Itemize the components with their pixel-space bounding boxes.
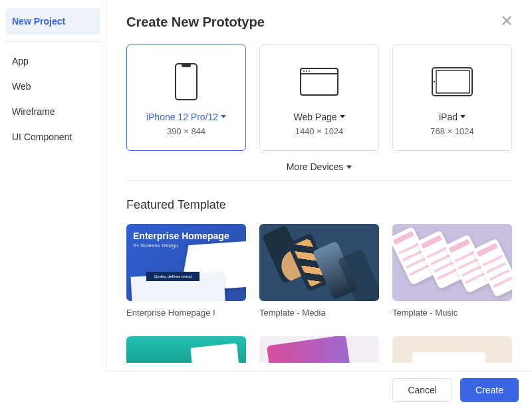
footer: Cancel Create xyxy=(106,371,532,408)
more-devices-label: More Devices xyxy=(287,161,344,172)
sidebar-item-web[interactable]: Web xyxy=(0,74,106,99)
close-icon xyxy=(501,15,512,26)
template-card-music[interactable]: Template - Music xyxy=(392,224,512,318)
template-thumbnail xyxy=(392,224,512,301)
template-thumbnail: Enterprise Homepage 5+ Screens Design Qu… xyxy=(126,224,246,301)
device-name: iPhone 12 Pro/12 xyxy=(146,112,218,122)
main-panel: Create New Prototype iPhone 12 Pro/12 39… xyxy=(106,0,532,371)
device-name: Web Page xyxy=(293,112,336,122)
chevron-down-icon xyxy=(340,115,345,118)
chevron-down-icon xyxy=(460,115,466,118)
sidebar-divider xyxy=(3,41,103,42)
device-name-dropdown[interactable]: Web Page xyxy=(293,112,344,122)
svg-point-6 xyxy=(309,70,310,72)
more-devices-button[interactable]: More Devices xyxy=(126,160,512,180)
create-button[interactable]: Create xyxy=(460,378,519,402)
svg-rect-1 xyxy=(182,64,191,67)
sidebar-item-app[interactable]: App xyxy=(0,49,106,74)
chevron-down-icon xyxy=(221,115,226,118)
svg-rect-2 xyxy=(301,68,338,95)
template-card-partial[interactable] xyxy=(126,336,246,363)
browser-icon xyxy=(300,60,338,104)
device-name-dropdown[interactable]: iPhone 12 Pro/12 xyxy=(146,112,226,122)
svg-point-9 xyxy=(434,80,435,82)
thumb-title: Enterprise Homepage xyxy=(133,231,229,241)
close-button[interactable] xyxy=(501,15,512,29)
svg-rect-0 xyxy=(176,64,197,100)
device-card-web[interactable]: Web Page 1440 × 1024 xyxy=(259,45,379,151)
svg-rect-7 xyxy=(432,68,472,96)
template-label: Enterprise Homepage I xyxy=(126,308,246,318)
template-grid-row2 xyxy=(126,336,512,363)
template-card-enterprise[interactable]: Enterprise Homepage 5+ Screens Design Qu… xyxy=(126,224,246,318)
device-picker: iPhone 12 Pro/12 390 × 844 Web Page 1440… xyxy=(126,45,512,151)
device-dimensions: 768 × 1024 xyxy=(430,126,473,136)
device-dimensions: 1440 × 1024 xyxy=(295,126,344,136)
tablet-icon xyxy=(432,60,473,104)
device-dimensions: 390 × 844 xyxy=(167,126,205,136)
divider xyxy=(126,180,512,181)
svg-point-5 xyxy=(306,70,307,72)
template-card-partial[interactable] xyxy=(259,336,379,363)
template-card-partial[interactable] xyxy=(392,336,512,363)
device-card-iphone[interactable]: iPhone 12 Pro/12 390 × 844 xyxy=(126,45,246,151)
featured-template-title: Featured Template xyxy=(126,198,512,212)
page-title: Create New Prototype xyxy=(126,15,265,30)
template-label: Template - Music xyxy=(392,308,512,318)
device-name-dropdown[interactable]: iPad xyxy=(439,112,466,122)
thumb-subtitle: 5+ Screens Design xyxy=(133,243,178,249)
chevron-down-icon xyxy=(346,165,352,169)
svg-point-4 xyxy=(303,70,305,72)
cancel-button[interactable]: Cancel xyxy=(392,378,452,402)
sidebar-item-wireframe[interactable]: Wireframe xyxy=(0,99,106,124)
device-name: iPad xyxy=(439,112,458,122)
device-card-ipad[interactable]: iPad 768 × 1024 xyxy=(392,45,512,151)
template-card-media[interactable]: Template - Media xyxy=(259,224,379,318)
svg-rect-8 xyxy=(436,70,469,93)
template-label: Template - Media xyxy=(259,308,379,318)
template-thumbnail xyxy=(259,224,379,301)
sidebar-tab-new-project[interactable]: New Project xyxy=(5,8,100,35)
template-grid: Enterprise Homepage 5+ Screens Design Qu… xyxy=(126,224,512,318)
sidebar-item-ui-component[interactable]: UI Component xyxy=(0,124,106,150)
phone-icon xyxy=(175,60,198,104)
sidebar: New Project App Web Wireframe UI Compone… xyxy=(0,0,106,371)
